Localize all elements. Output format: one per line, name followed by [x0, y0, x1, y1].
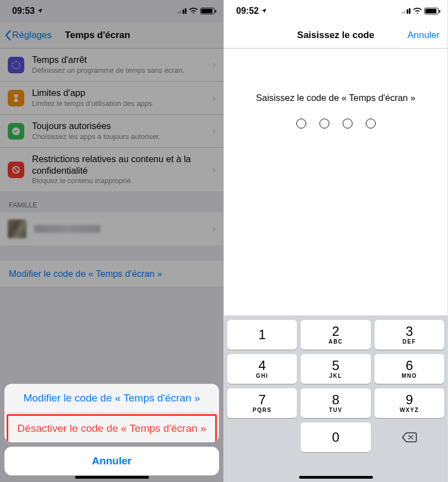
key-letters: DEF [403, 339, 417, 345]
passcode-dot [296, 119, 306, 128]
screen-settings: 09:53 Réglages Temps d'écran [0, 0, 224, 482]
key-number: 8 [332, 393, 339, 406]
screen-passcode: 09:52 Saisissez le code Annuler Saisisse… [224, 0, 448, 482]
key-letters: MNO [402, 373, 417, 379]
key-number: 0 [332, 431, 339, 444]
key-blank [227, 422, 297, 452]
passcode-dot [319, 119, 329, 128]
cellular-icon [402, 8, 411, 14]
home-indicator [299, 476, 373, 479]
home-indicator [75, 476, 149, 479]
battery-icon [424, 8, 439, 14]
key-number: 6 [406, 359, 413, 372]
key-3[interactable]: 3 DEF [375, 320, 444, 350]
backspace-icon [402, 432, 417, 443]
key-9[interactable]: 9 WXYZ [375, 388, 444, 418]
key-1[interactable]: 1 [227, 320, 297, 350]
sheet-disable-button[interactable]: Désactiver le code de « Temps d'écran » [7, 414, 217, 441]
location-icon [261, 8, 267, 15]
key-number: 3 [406, 325, 413, 338]
key-delete[interactable] [375, 422, 444, 452]
status-bar: 09:52 [224, 0, 447, 22]
sheet-modify-button[interactable]: Modifier le code de « Temps d'écran » [4, 384, 219, 413]
key-2[interactable]: 2 ABC [301, 320, 370, 350]
key-6[interactable]: 6 MNO [375, 354, 444, 384]
key-letters: JKL [329, 373, 342, 379]
key-0[interactable]: 0 [301, 422, 370, 452]
action-sheet: Modifier le code de « Temps d'écran » Dé… [4, 384, 219, 475]
key-7[interactable]: 7 PQRS [227, 388, 297, 418]
key-letters: WXYZ [399, 407, 419, 413]
nav-bar: Saisissez le code Annuler [224, 22, 447, 49]
passcode-dots [235, 119, 436, 128]
key-8[interactable]: 8 TUV [301, 388, 370, 418]
key-number: 1 [258, 328, 265, 341]
passcode-prompt: Saisissez le code de « Temps d'écran » [235, 93, 436, 103]
cancel-button[interactable]: Annuler [407, 30, 440, 41]
key-letters: GHI [256, 373, 268, 379]
key-number: 2 [332, 325, 339, 338]
key-letters: PQRS [253, 407, 271, 413]
passcode-dot [366, 119, 376, 128]
key-4[interactable]: 4 GHI [227, 354, 297, 384]
key-5[interactable]: 5 JKL [301, 354, 370, 384]
wifi-icon [413, 6, 422, 16]
page-title: Saisissez le code [297, 30, 375, 41]
status-time: 09:52 [236, 6, 259, 16]
key-number: 4 [258, 359, 265, 372]
key-letters: ABC [328, 339, 343, 345]
key-number: 7 [258, 393, 265, 406]
numeric-keypad: 1 2 ABC 3 DEF 4 GHI 5 JKL 6 MNO [224, 315, 447, 482]
key-letters: TUV [329, 407, 343, 413]
sheet-cancel-button[interactable]: Annuler [4, 447, 219, 475]
key-number: 5 [332, 359, 339, 372]
passcode-dot [343, 119, 353, 128]
key-number: 9 [406, 393, 413, 406]
